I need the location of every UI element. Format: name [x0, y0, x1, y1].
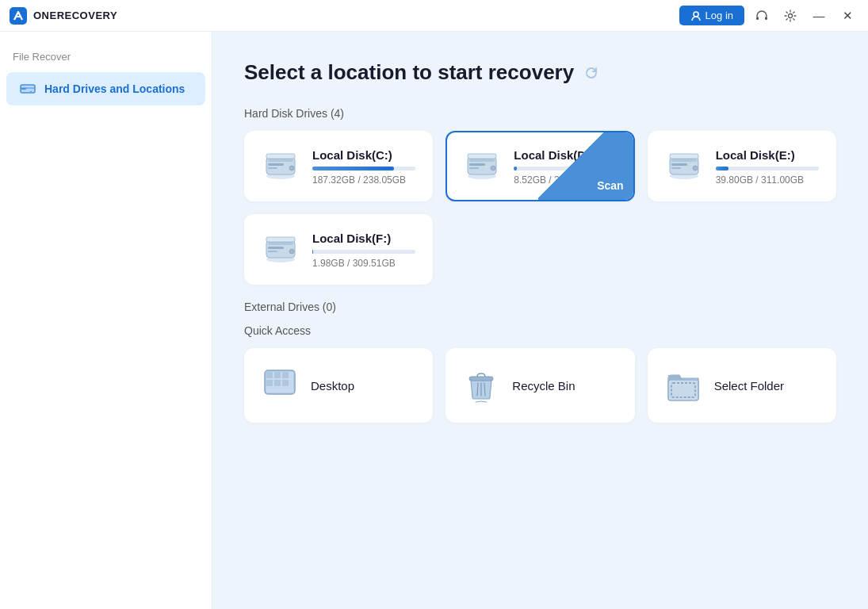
select-folder-label: Select Folder	[714, 379, 784, 393]
page-title: Select a location to start recovery	[244, 60, 574, 85]
disk-icon-d	[463, 151, 501, 181]
drive-icon-wrap-c	[262, 151, 300, 184]
disk-icon-e	[665, 151, 703, 181]
svg-rect-55	[469, 377, 493, 381]
quick-access-grid: Desktop Recycle Bin	[244, 348, 836, 423]
svg-point-25	[491, 166, 495, 170]
desktop-label: Desktop	[311, 379, 354, 393]
app-name: ONERECOVERY	[33, 10, 117, 21]
drive-info-e: Local Disk(E:) 39.80GB / 311.00GB	[716, 148, 819, 186]
progress-bar-bg-c	[312, 167, 415, 170]
settings-button[interactable]	[779, 5, 801, 27]
titlebar-left: ONERECOVERY	[10, 7, 117, 25]
svg-point-16	[289, 166, 294, 170]
drives-grid: Local Disk(C:) 187.32GB / 238.05GB	[244, 131, 836, 285]
sidebar: File Recover Hard Drives and Locations	[0, 32, 212, 609]
titlebar: ONERECOVERY Log in — ✕	[0, 0, 868, 32]
svg-rect-42	[268, 251, 277, 252]
svg-rect-22	[469, 159, 495, 162]
svg-rect-23	[469, 163, 485, 166]
svg-rect-35	[670, 154, 698, 159]
progress-bar-fill-e	[716, 167, 729, 170]
quick-card-desktop[interactable]: Desktop	[244, 348, 433, 423]
svg-rect-17	[266, 154, 295, 159]
gear-icon	[784, 10, 797, 22]
drive-size-f: 1.98GB / 309.51GB	[312, 258, 415, 269]
svg-rect-14	[268, 163, 284, 166]
desktop-icon	[262, 367, 298, 404]
progress-bar-fill-f	[312, 250, 313, 254]
drive-name-c: Local Disk(C:)	[312, 148, 415, 162]
drive-info-f: Local Disk(F:) 1.98GB / 309.51GB	[312, 232, 415, 269]
drive-size-e: 39.80GB / 311.00GB	[716, 174, 819, 186]
hard-drive-icon	[19, 80, 36, 98]
headset-icon	[755, 10, 768, 22]
drive-card-d[interactable]: Local Disk(D:) 8.52GB / 311.00 Scan	[445, 131, 634, 201]
content-area: Select a location to start recovery Hard…	[212, 32, 868, 609]
drive-icon-wrap-d	[463, 151, 501, 184]
svg-point-34	[693, 166, 698, 170]
svg-rect-50	[274, 372, 281, 378]
drive-name-e: Local Disk(E:)	[716, 148, 819, 162]
user-icon	[690, 10, 702, 21]
svg-point-43	[289, 249, 294, 254]
sidebar-item-label: Hard Drives and Locations	[44, 82, 185, 95]
main-layout: File Recover Hard Drives and Locations S…	[0, 32, 868, 609]
disk-icon-c	[262, 151, 300, 181]
refresh-icon[interactable]	[583, 65, 599, 81]
drive-card-c[interactable]: Local Disk(C:) 187.32GB / 238.05GB	[244, 131, 433, 201]
minimize-button[interactable]: —	[808, 5, 830, 27]
svg-rect-31	[671, 159, 697, 162]
quick-card-select-folder[interactable]: Select Folder	[648, 348, 836, 423]
progress-bar-bg-f	[312, 250, 415, 254]
svg-rect-49	[266, 372, 273, 378]
svg-rect-26	[468, 154, 496, 159]
svg-rect-54	[282, 380, 289, 386]
progress-bar-bg-e	[716, 167, 819, 170]
svg-rect-8	[30, 91, 32, 92]
drive-size-c: 187.32GB / 238.05GB	[312, 174, 415, 186]
quick-card-recycle-bin[interactable]: Recycle Bin	[445, 348, 634, 423]
svg-rect-33	[671, 167, 681, 169]
sidebar-section-label: File Recover	[0, 51, 212, 72]
page-title-row: Select a location to start recovery	[244, 60, 836, 85]
close-button[interactable]: ✕	[836, 5, 858, 27]
svg-point-1	[694, 12, 698, 17]
progress-bar-fill-c	[312, 167, 394, 170]
progress-bar-fill-d	[514, 167, 517, 170]
svg-rect-44	[266, 237, 295, 242]
svg-rect-53	[274, 380, 281, 386]
app-logo-icon	[10, 7, 27, 25]
close-icon: ✕	[843, 9, 853, 23]
svg-rect-32	[671, 163, 687, 166]
drive-icon-wrap-f	[262, 234, 300, 267]
svg-rect-3	[765, 17, 767, 20]
svg-rect-24	[469, 167, 479, 169]
sidebar-item-hard-drives[interactable]: Hard Drives and Locations	[6, 72, 205, 105]
drive-card-f[interactable]: Local Disk(F:) 1.98GB / 309.51GB	[244, 214, 433, 285]
hard-disk-section-label: Hard Disk Drives (4)	[244, 107, 836, 120]
svg-point-4	[789, 13, 793, 17]
svg-rect-13	[268, 159, 293, 162]
drive-info-c: Local Disk(C:) 187.32GB / 238.05GB	[312, 148, 415, 186]
svg-rect-41	[268, 247, 284, 249]
svg-rect-40	[268, 242, 293, 245]
external-drives-section-label: External Drives (0)	[244, 301, 836, 313]
svg-rect-52	[266, 380, 273, 386]
scan-overlay-d: Scan	[538, 132, 633, 200]
drive-card-e[interactable]: Local Disk(E:) 39.80GB / 311.00GB	[648, 131, 836, 201]
scan-label-d: Scan	[597, 179, 623, 192]
svg-rect-51	[282, 372, 289, 378]
minimize-icon: —	[813, 9, 825, 22]
login-label: Log in	[705, 10, 733, 21]
titlebar-right: Log in — ✕	[679, 5, 858, 27]
disk-icon-f	[262, 234, 300, 264]
login-button[interactable]: Log in	[679, 6, 744, 25]
drive-name-f: Local Disk(F:)	[312, 232, 415, 245]
quick-access-section-label: Quick Access	[244, 324, 836, 337]
recycle-bin-icon	[463, 367, 499, 404]
svg-rect-2	[756, 17, 759, 20]
svg-rect-15	[268, 167, 277, 169]
headset-button[interactable]	[751, 5, 773, 27]
recycle-bin-label: Recycle Bin	[512, 379, 575, 393]
